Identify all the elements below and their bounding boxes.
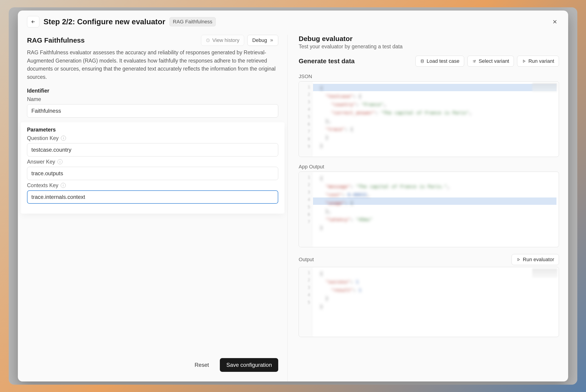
info-icon[interactable]: i xyxy=(61,183,66,188)
debug-evaluator-title: Debug evaluator xyxy=(299,35,559,42)
debug-button[interactable]: Debug xyxy=(247,35,278,46)
json-label: JSON xyxy=(299,74,559,80)
right-panel: Debug evaluator Test your evaluator by g… xyxy=(288,35,559,382)
select-variant-button[interactable]: Select variant xyxy=(467,56,514,67)
view-history-label: View history xyxy=(212,37,239,43)
app-output-label: App Output xyxy=(299,164,559,170)
output-content-blurred: { "success": 1 "result": 1 } } xyxy=(299,267,559,337)
answer-key-label: Answer Key i xyxy=(27,159,278,165)
question-key-input[interactable] xyxy=(27,143,278,156)
parameters-section: Parameters Question Key i Answer Key i C… xyxy=(21,123,284,213)
svg-point-1 xyxy=(421,60,424,61)
question-key-label-text: Question Key xyxy=(27,135,59,141)
load-test-case-button[interactable]: Load test case xyxy=(415,56,464,67)
close-icon xyxy=(552,19,558,25)
evaluator-title-row: RAG Faithfulness View history Debug xyxy=(27,35,278,46)
play-icon xyxy=(522,59,526,63)
evaluator-type-badge: RAG Faithfulness xyxy=(169,17,216,26)
run-variant-label: Run variant xyxy=(528,58,554,64)
configure-evaluator-modal: Step 2/2: Configure new evaluator RAG Fa… xyxy=(18,10,568,382)
modal-body: RAG Faithfulness View history Debug RAG … xyxy=(18,30,568,382)
generate-row: Generate test data Load test case Select… xyxy=(299,56,559,67)
step-title: Step 2/2: Configure new evaluator xyxy=(43,18,165,26)
contexts-key-label: Contexts Key i xyxy=(27,182,278,188)
info-icon[interactable]: i xyxy=(61,136,66,141)
chevron-double-right-icon xyxy=(269,38,273,42)
evaluator-title-actions: View history Debug xyxy=(201,35,278,46)
select-variant-label: Select variant xyxy=(479,58,509,64)
debug-evaluator-subtitle: Test your evaluator by generating a test… xyxy=(299,44,559,50)
name-input[interactable] xyxy=(27,104,278,118)
background-app: Step 2/2: Configure new evaluator RAG Fa… xyxy=(9,7,577,385)
play-icon xyxy=(516,258,521,262)
run-evaluator-button[interactable]: Run evaluator xyxy=(512,254,559,265)
parameters-label: Parameters xyxy=(27,127,278,133)
run-variant-button[interactable]: Run variant xyxy=(517,56,559,67)
answer-key-input[interactable] xyxy=(27,167,278,180)
output-row: Output Run evaluator xyxy=(299,254,559,265)
question-key-label: Question Key i xyxy=(27,135,278,141)
answer-key-label-text: Answer Key xyxy=(27,159,55,165)
save-configuration-button[interactable]: Save configuration xyxy=(220,358,278,372)
json-content-blurred: { "testcase": { "country": "France", "co… xyxy=(299,82,559,157)
contexts-key-label-text: Contexts Key xyxy=(27,182,58,188)
left-panel: RAG Faithfulness View history Debug RAG … xyxy=(27,35,288,382)
svg-point-2 xyxy=(475,60,475,61)
arrow-left-icon xyxy=(31,19,36,24)
output-editor[interactable]: 12345 { "success": 1 "result": 1 } } xyxy=(299,267,559,337)
evaluator-description: RAG Faithfulness evaluator assesses the … xyxy=(27,48,278,81)
app-output-content-blurred: { "message": "The capital of France is P… xyxy=(299,172,559,247)
left-footer: Reset Save configuration xyxy=(27,351,278,382)
back-button[interactable] xyxy=(27,16,39,28)
modal-header: Step 2/2: Configure new evaluator RAG Fa… xyxy=(18,10,568,30)
evaluator-title: RAG Faithfulness xyxy=(27,36,85,44)
close-button[interactable] xyxy=(551,18,559,26)
generate-actions: Load test case Select variant Run varian… xyxy=(415,56,559,67)
info-icon[interactable]: i xyxy=(57,159,62,164)
sliders-icon xyxy=(472,59,476,63)
identifier-label: Identifier xyxy=(27,88,278,94)
json-editor[interactable]: 123456789 { "testcase": { "country": "Fr… xyxy=(299,81,559,157)
name-label: Name xyxy=(27,96,278,102)
output-label: Output xyxy=(299,256,314,262)
history-icon xyxy=(206,38,210,42)
reset-button[interactable]: Reset xyxy=(189,358,215,372)
database-icon xyxy=(420,59,424,63)
debug-label: Debug xyxy=(252,37,267,43)
svg-point-3 xyxy=(474,62,475,62)
run-evaluator-label: Run evaluator xyxy=(523,256,554,262)
load-test-case-label: Load test case xyxy=(427,58,459,64)
contexts-key-input[interactable] xyxy=(27,190,278,204)
generate-test-data-label: Generate test data xyxy=(299,58,355,65)
view-history-button[interactable]: View history xyxy=(201,35,244,46)
app-output-editor[interactable]: 1234567 { "message": "The capital of Fra… xyxy=(299,172,559,247)
